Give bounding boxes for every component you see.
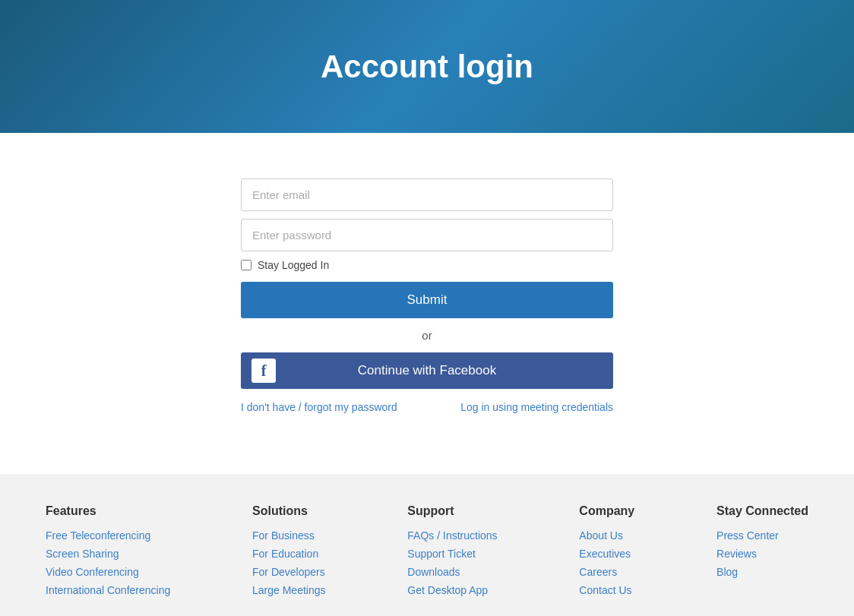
list-item: About Us [579,529,634,542]
facebook-button[interactable]: f Continue with Facebook [241,352,613,389]
footer-col-company: Company About Us Executives Careers Cont… [579,504,634,602]
footer-link[interactable]: International Conferencing [46,584,170,596]
list-item: For Business [252,529,326,542]
footer-col-features-list: Free Teleconferencing Screen Sharing Vid… [46,529,170,597]
footer-col-features-heading: Features [46,504,170,518]
footer-link[interactable]: FAQs / Instructions [407,529,497,542]
page-title: Account login [321,49,533,85]
list-item: Careers [579,565,634,579]
footer-link[interactable]: Video Conferencing [46,566,139,578]
list-item: International Conferencing [46,583,170,597]
footer-link[interactable]: Blog [716,566,738,578]
links-row: I don't have / forgot my password Log in… [241,401,613,413]
facebook-icon: f [261,362,267,380]
list-item: Downloads [407,565,497,579]
footer-link[interactable]: Contact Us [579,584,631,596]
login-form: Stay Logged In Submit or f Continue with… [241,178,613,413]
facebook-icon-box: f [251,359,276,383]
list-item: FAQs / Instructions [407,529,497,542]
footer-link[interactable]: Free Teleconferencing [46,529,150,542]
footer-columns: Features Free Teleconferencing Screen Sh… [46,504,808,616]
footer-col-support: Support FAQs / Instructions Support Tick… [407,504,497,602]
footer-link[interactable]: Get Desktop App [407,584,488,596]
footer-col-stay-connected: Stay Connected Press Center Reviews Blog [716,504,808,602]
meeting-credentials-link[interactable]: Log in using meeting credentials [460,401,613,413]
forgot-password-link[interactable]: I don't have / forgot my password [241,401,397,413]
list-item: Get Desktop App [407,583,497,597]
footer-col-solutions-list: For Business For Education For Developer… [252,529,326,597]
footer-link[interactable]: Downloads [407,566,460,578]
footer-col-stay-connected-list: Press Center Reviews Blog [716,529,808,579]
list-item: Video Conferencing [46,565,170,579]
list-item: Screen Sharing [46,547,170,561]
footer-link[interactable]: Support Ticket [407,548,476,560]
footer-link[interactable]: For Business [252,529,315,542]
stay-logged-in-label[interactable]: Stay Logged In [241,259,613,271]
list-item: For Developers [252,565,326,579]
footer-link[interactable]: Executives [579,548,631,560]
footer-link[interactable]: Careers [579,566,617,578]
main-content: Stay Logged In Submit or f Continue with… [0,133,854,474]
list-item: Contact Us [579,583,634,597]
list-item: Large Meetings [252,583,326,597]
footer-link[interactable]: Reviews [716,548,757,560]
list-item: Free Teleconferencing [46,529,170,542]
footer-col-company-list: About Us Executives Careers Contact Us [579,529,634,597]
facebook-button-label: Continue with Facebook [358,363,496,378]
list-item: Reviews [716,547,808,561]
list-item: Blog [716,565,808,579]
footer-col-solutions-heading: Solutions [252,504,326,518]
footer-link[interactable]: Press Center [716,529,779,542]
password-input[interactable] [241,219,613,251]
footer-col-solutions: Solutions For Business For Education For… [252,504,326,602]
list-item: Press Center [716,529,808,542]
email-input[interactable] [241,178,613,211]
list-item: For Education [252,547,326,561]
footer-col-company-heading: Company [579,504,634,518]
stay-logged-in-text: Stay Logged In [258,259,329,271]
footer-col-stay-connected-heading: Stay Connected [716,504,808,518]
footer-col-support-list: FAQs / Instructions Support Ticket Downl… [407,529,497,597]
stay-logged-in-checkbox[interactable] [241,260,251,270]
footer-col-features: Features Free Teleconferencing Screen Sh… [46,504,170,602]
or-divider: or [241,329,613,342]
list-item: Support Ticket [407,547,497,561]
footer-col-support-heading: Support [407,504,497,518]
footer-link[interactable]: Screen Sharing [46,548,119,560]
footer-link[interactable]: Large Meetings [252,584,326,596]
footer-link[interactable]: About Us [579,529,623,542]
list-item: Executives [579,547,634,561]
footer-link[interactable]: For Education [252,548,318,560]
page-header: Account login [0,0,854,133]
submit-button[interactable]: Submit [241,282,613,318]
footer-link[interactable]: For Developers [252,566,325,578]
footer: Features Free Teleconferencing Screen Sh… [0,474,854,616]
